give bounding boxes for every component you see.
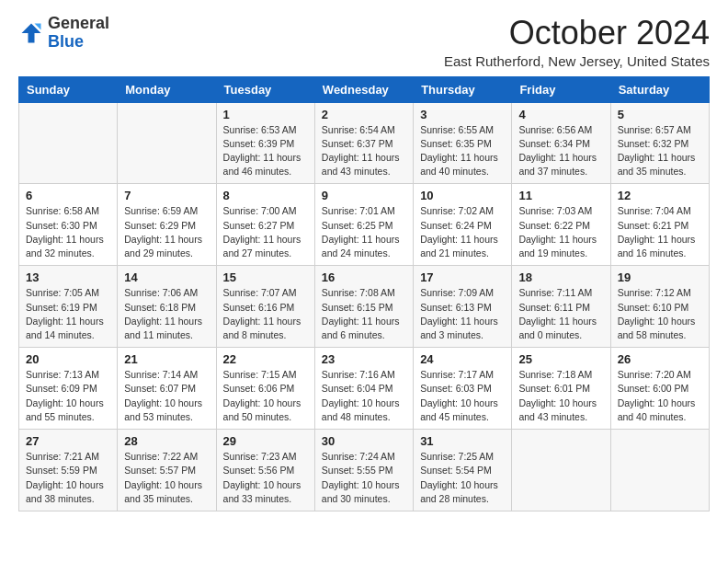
day-cell [610,430,709,511]
day-cell: 29Sunrise: 7:23 AM Sunset: 5:56 PM Dayli… [216,430,314,511]
day-info: Sunrise: 6:57 AM Sunset: 6:32 PM Dayligh… [618,123,702,179]
day-info: Sunrise: 6:58 AM Sunset: 6:30 PM Dayligh… [26,204,110,260]
day-info: Sunrise: 7:18 AM Sunset: 6:01 PM Dayligh… [518,368,603,424]
week-row-1: 1Sunrise: 6:53 AM Sunset: 6:39 PM Daylig… [19,102,710,184]
day-cell: 23Sunrise: 7:16 AM Sunset: 6:04 PM Dayli… [314,348,413,430]
day-number: 12 [618,189,702,202]
day-cell: 1Sunrise: 6:53 AM Sunset: 6:39 PM Daylig… [216,102,314,184]
day-info: Sunrise: 7:13 AM Sunset: 6:09 PM Dayligh… [26,368,110,424]
day-number: 31 [420,434,505,448]
day-header-sunday: Sunday [19,76,118,102]
day-cell: 2Sunrise: 6:54 AM Sunset: 6:37 PM Daylig… [314,102,413,184]
day-cell [19,102,118,184]
day-cell: 6Sunrise: 6:58 AM Sunset: 6:30 PM Daylig… [19,184,118,266]
week-row-5: 27Sunrise: 7:21 AM Sunset: 5:59 PM Dayli… [19,430,710,511]
day-number: 1 [223,108,308,121]
day-number: 22 [223,352,308,366]
day-info: Sunrise: 6:56 AM Sunset: 6:34 PM Dayligh… [518,123,603,179]
title-block: October 2024 East Rutherford, New Jersey… [444,15,710,69]
day-cell: 7Sunrise: 6:59 AM Sunset: 6:29 PM Daylig… [118,184,216,266]
day-info: Sunrise: 6:55 AM Sunset: 6:35 PM Dayligh… [420,123,505,179]
day-info: Sunrise: 7:00 AM Sunset: 6:27 PM Dayligh… [223,204,308,260]
day-cell: 31Sunrise: 7:25 AM Sunset: 5:54 PM Dayli… [414,430,512,511]
calendar-header: SundayMondayTuesdayWednesdayThursdayFrid… [19,76,710,102]
day-cell: 17Sunrise: 7:09 AM Sunset: 6:13 PM Dayli… [414,266,512,348]
day-info: Sunrise: 7:09 AM Sunset: 6:13 PM Dayligh… [420,286,505,342]
day-cell: 12Sunrise: 7:04 AM Sunset: 6:21 PM Dayli… [610,184,709,266]
day-info: Sunrise: 6:53 AM Sunset: 6:39 PM Dayligh… [223,123,308,179]
day-cell: 3Sunrise: 6:55 AM Sunset: 6:35 PM Daylig… [414,102,512,184]
day-info: Sunrise: 7:14 AM Sunset: 6:07 PM Dayligh… [124,368,209,424]
day-number: 24 [420,352,505,366]
logo-icon [18,20,44,46]
day-cell: 8Sunrise: 7:00 AM Sunset: 6:27 PM Daylig… [216,184,314,266]
day-cell: 30Sunrise: 7:24 AM Sunset: 5:55 PM Dayli… [314,430,413,511]
day-number: 2 [322,108,406,121]
day-info: Sunrise: 7:08 AM Sunset: 6:15 PM Dayligh… [322,286,406,342]
day-header-thursday: Thursday [414,76,512,102]
day-cell: 16Sunrise: 7:08 AM Sunset: 6:15 PM Dayli… [314,266,413,348]
day-info: Sunrise: 7:03 AM Sunset: 6:22 PM Dayligh… [518,204,603,260]
day-info: Sunrise: 7:04 AM Sunset: 6:21 PM Dayligh… [618,204,702,260]
logo-text: General Blue [48,15,109,52]
day-cell: 15Sunrise: 7:07 AM Sunset: 6:16 PM Dayli… [216,266,314,348]
day-info: Sunrise: 6:54 AM Sunset: 6:37 PM Dayligh… [322,123,406,179]
calendar-body: 1Sunrise: 6:53 AM Sunset: 6:39 PM Daylig… [19,102,710,511]
day-info: Sunrise: 7:16 AM Sunset: 6:04 PM Dayligh… [322,368,406,424]
header: General Blue October 2024 East Rutherfor… [18,15,710,69]
page: General Blue October 2024 East Rutherfor… [0,0,728,526]
day-number: 16 [322,270,406,284]
day-cell: 18Sunrise: 7:11 AM Sunset: 6:11 PM Dayli… [512,266,610,348]
day-cell: 13Sunrise: 7:05 AM Sunset: 6:19 PM Dayli… [19,266,118,348]
day-cell: 11Sunrise: 7:03 AM Sunset: 6:22 PM Dayli… [512,184,610,266]
day-info: Sunrise: 7:06 AM Sunset: 6:18 PM Dayligh… [124,286,209,342]
month-title: October 2024 [444,15,710,52]
day-cell: 21Sunrise: 7:14 AM Sunset: 6:07 PM Dayli… [118,348,216,430]
day-number: 21 [124,352,209,366]
day-number: 18 [518,270,603,284]
day-number: 4 [518,108,603,121]
day-cell [118,102,216,184]
day-number: 15 [223,270,308,284]
week-row-3: 13Sunrise: 7:05 AM Sunset: 6:19 PM Dayli… [19,266,710,348]
day-number: 25 [518,352,603,366]
day-info: Sunrise: 7:15 AM Sunset: 6:06 PM Dayligh… [223,368,308,424]
day-number: 28 [124,434,209,448]
day-info: Sunrise: 7:11 AM Sunset: 6:11 PM Dayligh… [518,286,603,342]
day-number: 7 [124,189,209,202]
day-info: Sunrise: 7:20 AM Sunset: 6:00 PM Dayligh… [618,368,702,424]
day-header-monday: Monday [118,76,216,102]
day-number: 26 [618,352,702,366]
day-info: Sunrise: 7:07 AM Sunset: 6:16 PM Dayligh… [223,286,308,342]
day-cell: 10Sunrise: 7:02 AM Sunset: 6:24 PM Dayli… [414,184,512,266]
day-cell: 24Sunrise: 7:17 AM Sunset: 6:03 PM Dayli… [414,348,512,430]
day-cell: 27Sunrise: 7:21 AM Sunset: 5:59 PM Dayli… [19,430,118,511]
day-cell: 26Sunrise: 7:20 AM Sunset: 6:00 PM Dayli… [610,348,709,430]
day-number: 3 [420,108,505,121]
calendar-table: SundayMondayTuesdayWednesdayThursdayFrid… [18,76,710,511]
day-header-friday: Friday [512,76,610,102]
logo-general-text: General [48,14,109,32]
day-cell: 20Sunrise: 7:13 AM Sunset: 6:09 PM Dayli… [19,348,118,430]
week-row-2: 6Sunrise: 6:58 AM Sunset: 6:30 PM Daylig… [19,184,710,266]
day-info: Sunrise: 7:01 AM Sunset: 6:25 PM Dayligh… [322,204,406,260]
day-header-tuesday: Tuesday [216,76,314,102]
day-cell: 25Sunrise: 7:18 AM Sunset: 6:01 PM Dayli… [512,348,610,430]
day-info: Sunrise: 7:05 AM Sunset: 6:19 PM Dayligh… [26,286,110,342]
day-number: 9 [322,189,406,202]
day-number: 19 [618,270,702,284]
day-cell: 14Sunrise: 7:06 AM Sunset: 6:18 PM Dayli… [118,266,216,348]
day-info: Sunrise: 7:21 AM Sunset: 5:59 PM Dayligh… [26,450,110,506]
day-number: 11 [518,189,603,202]
day-number: 14 [124,270,209,284]
day-number: 6 [26,189,110,202]
day-number: 29 [223,434,308,448]
logo: General Blue [18,15,109,52]
day-number: 27 [26,434,110,448]
day-cell: 19Sunrise: 7:12 AM Sunset: 6:10 PM Dayli… [610,266,709,348]
day-cell: 9Sunrise: 7:01 AM Sunset: 6:25 PM Daylig… [314,184,413,266]
logo-blue-text: Blue [48,32,84,51]
day-number: 17 [420,270,505,284]
day-number: 30 [322,434,406,448]
day-cell: 22Sunrise: 7:15 AM Sunset: 6:06 PM Dayli… [216,348,314,430]
